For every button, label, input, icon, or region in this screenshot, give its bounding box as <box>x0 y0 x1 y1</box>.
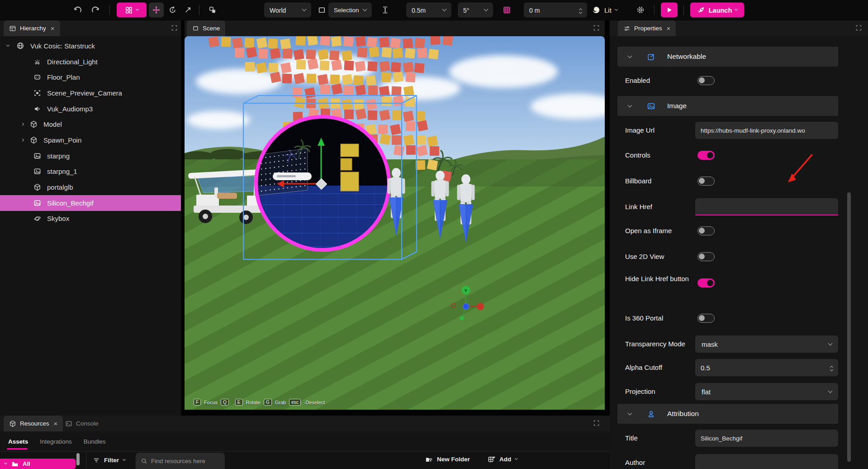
snap-angle-dropdown[interactable]: 5° <box>458 3 493 18</box>
transform-space-button[interactable] <box>206 4 218 16</box>
move-tool-button[interactable] <box>149 3 164 18</box>
settings-button[interactable] <box>634 4 647 16</box>
resource-search-input[interactable] <box>151 458 219 464</box>
tab-console[interactable]: Console <box>60 416 104 431</box>
section-title: Networkable <box>667 53 706 61</box>
resource-search[interactable] <box>136 453 225 469</box>
play-button[interactable] <box>661 3 678 18</box>
tab-scene[interactable]: Scene <box>187 20 225 36</box>
toolbar-divider <box>199 5 199 15</box>
chevron-down-icon <box>828 341 833 345</box>
attribution-icon <box>649 411 654 416</box>
tree-item-label: Spawn_Poin <box>43 136 81 144</box>
field-open-as-iframe: Open as Iframe <box>610 222 868 239</box>
grid-snap-toggle-button[interactable] <box>499 3 514 18</box>
hide-link-href-toggle[interactable] <box>697 278 715 287</box>
tab-bundles[interactable]: Bundles <box>84 438 106 445</box>
close-icon[interactable]: × <box>54 420 58 427</box>
properties-expand-button[interactable] <box>856 25 862 31</box>
world-space-dropdown[interactable]: World <box>264 3 311 18</box>
caret-right-icon[interactable] <box>20 139 24 142</box>
author-input[interactable] <box>695 454 838 469</box>
title-input[interactable] <box>695 430 838 447</box>
billboard-toggle[interactable] <box>697 177 715 186</box>
new-folder-label: New Folder <box>437 456 470 463</box>
chevron-down-icon <box>123 458 126 461</box>
tree-item-root[interactable]: Vuk Cosic: Starstruck <box>0 38 181 54</box>
transparency-mode-select[interactable]: mask <box>695 335 838 353</box>
snap-height-button[interactable] <box>379 4 391 16</box>
tree-item[interactable]: starpng <box>0 148 181 164</box>
tree-item[interactable]: Directional_Light <box>0 54 181 70</box>
tab-hierarchy[interactable]: Hierarchy× <box>4 20 60 36</box>
tree-item[interactable]: portalglb <box>0 179 181 195</box>
scene-tabbar: Scene <box>185 20 605 36</box>
tree-item-label: Scene_Preview_Camera <box>47 89 122 97</box>
open-as-iframe-toggle[interactable] <box>697 226 715 235</box>
snap-distance-value: 0.5m <box>412 6 426 14</box>
scene-expand-button[interactable] <box>593 25 599 31</box>
field-label: Is 360 Portal <box>625 310 663 327</box>
tree-item-selected[interactable]: Silicon_Bechgif <box>0 195 181 211</box>
toolbar-divider <box>683 5 684 15</box>
chevron-down-icon[interactable] <box>579 10 582 14</box>
tree-item[interactable]: Model <box>0 116 181 132</box>
bounds-mode-button[interactable] <box>316 4 328 16</box>
selection-mode-dropdown[interactable]: Selection <box>328 3 372 18</box>
folder-all[interactable]: All <box>0 459 76 469</box>
alpha-cutoff-stepper[interactable]: 0.5 <box>695 359 838 376</box>
tab-assets[interactable]: Assets <box>8 438 28 445</box>
elevation-stepper[interactable]: 0 m <box>524 3 587 18</box>
add-asset-button[interactable]: Add <box>488 455 517 463</box>
section-networkable[interactable]: Networkable <box>617 47 838 67</box>
resources-expand-button[interactable] <box>593 420 599 426</box>
filter-dropdown[interactable]: Filter <box>93 451 125 469</box>
field-transparency-mode: Transparency Mode mask <box>610 335 868 353</box>
section-image[interactable]: Image <box>617 96 838 116</box>
add-object-button[interactable] <box>117 3 147 18</box>
tree-item[interactable]: starpng_1 <box>0 164 181 180</box>
rotate-tool-button[interactable] <box>166 4 179 16</box>
tree-item-label: starpng_1 <box>47 168 77 175</box>
new-folder-button[interactable]: New Folder <box>425 455 470 463</box>
fullscreen-icon <box>172 25 176 30</box>
undo-button[interactable] <box>71 4 84 16</box>
scene-viewport[interactable]: Y FFocus Q ERotate GGrab esc-Deselect <box>185 36 605 410</box>
caret-right-icon[interactable] <box>20 123 24 126</box>
launch-button[interactable]: Launch <box>690 3 744 18</box>
tab-properties[interactable]: Properties× <box>618 20 676 36</box>
properties-scrollbar[interactable] <box>847 192 851 462</box>
scale-tool-button[interactable] <box>182 4 194 16</box>
section-attribution[interactable]: Attribution <box>617 404 838 424</box>
tree-item[interactable]: Spawn_Poin <box>0 132 181 148</box>
chevron-down-icon[interactable] <box>830 368 833 371</box>
controls-toggle[interactable] <box>697 151 715 160</box>
tree-item[interactable]: Skybox <box>0 211 181 227</box>
tree-item[interactable]: Floor_Plan <box>0 69 181 85</box>
tree-item[interactable]: Scene_Preview_Camera <box>0 85 181 101</box>
hierarchy-expand-button[interactable] <box>171 25 177 31</box>
caret-down-icon[interactable] <box>6 43 9 47</box>
console-icon <box>66 421 71 426</box>
tree-item-label: Model <box>43 120 62 128</box>
tab-integrations[interactable]: Integrations <box>40 438 72 445</box>
chevron-down-icon <box>484 7 489 11</box>
redo-button[interactable] <box>90 4 102 16</box>
use-2d-view-toggle[interactable] <box>697 252 715 261</box>
image-icon <box>34 169 40 174</box>
close-icon[interactable]: × <box>51 24 55 32</box>
snap-distance-dropdown[interactable]: 0.5m <box>406 3 451 18</box>
projection-select[interactable]: flat <box>695 383 838 400</box>
enabled-toggle[interactable] <box>697 76 715 85</box>
tree-item[interactable]: Vuk_Audiomp3 <box>0 101 181 117</box>
link-href-input[interactable] <box>695 198 838 215</box>
is-360-portal-toggle[interactable] <box>697 314 715 323</box>
tab-resources[interactable]: Resources× <box>4 416 63 431</box>
close-icon[interactable]: × <box>667 24 671 32</box>
folders-scrollbar[interactable] <box>76 453 80 465</box>
image-url-input[interactable] <box>695 122 838 139</box>
render-mode-dropdown[interactable]: Lit <box>592 5 617 14</box>
launch-label: Launch <box>709 6 732 14</box>
networkable-icon <box>648 54 654 59</box>
selection-mode-value: Selection <box>334 7 359 14</box>
